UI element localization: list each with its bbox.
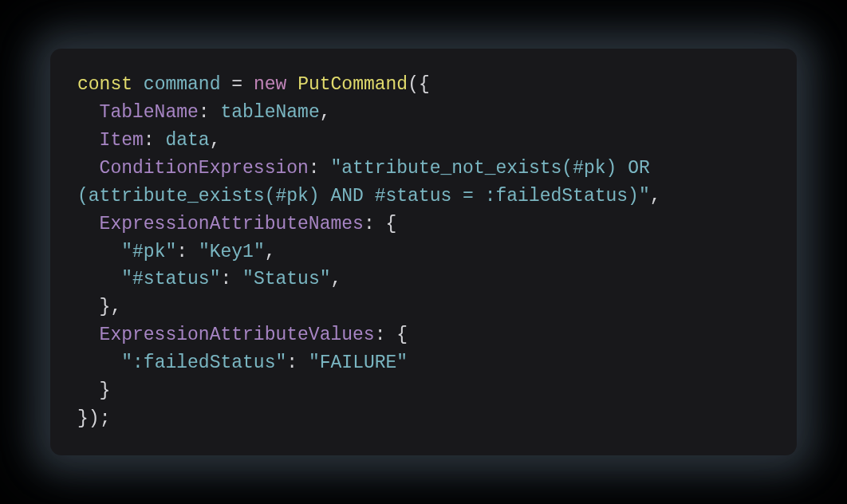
quote: " <box>121 269 132 289</box>
quote: " <box>639 186 650 207</box>
quote: " <box>242 269 254 289</box>
open-brace: { <box>396 325 408 345</box>
prop-expressionattributenames: ExpressionAttributeNames <box>100 214 364 234</box>
keyword-const: const <box>77 74 132 95</box>
close-paren: ) <box>89 408 100 429</box>
close-brace: } <box>77 408 89 429</box>
quote: " <box>121 242 132 262</box>
class-putcommand: PutCommand <box>297 74 408 95</box>
quote: " <box>320 269 331 289</box>
string-failedstatus-val: FAILURE <box>320 352 397 373</box>
prop-expressionattributevalues: ExpressionAttributeValues <box>100 325 375 345</box>
quote: " <box>165 242 176 262</box>
colon: : <box>144 130 155 151</box>
comma: , <box>320 102 331 123</box>
quote: " <box>309 352 320 373</box>
prop-tablename: TableName <box>100 102 199 123</box>
comma: , <box>650 186 661 207</box>
code-snippet-container: const command = new PutCommand({ TableNa… <box>0 0 847 504</box>
quote: " <box>199 242 210 262</box>
comma: , <box>110 297 121 317</box>
colon: : <box>220 269 231 289</box>
close-brace: } <box>100 297 111 317</box>
colon: : <box>375 325 386 345</box>
quote: " <box>330 158 341 179</box>
string-failedstatus-key: :failedStatus <box>132 352 275 373</box>
quote: " <box>275 352 286 373</box>
string-pk-val: Key1 <box>210 242 254 262</box>
string-pk-key: #pk <box>132 242 165 262</box>
ident-tablename: tableName <box>220 102 319 123</box>
code-block: const command = new PutCommand({ TableNa… <box>77 71 770 433</box>
string-status-val: Status <box>254 269 320 289</box>
quote: " <box>396 352 408 373</box>
semicolon: ; <box>100 408 111 429</box>
string-status-key: #status <box>132 269 210 289</box>
prop-conditionexpression: ConditionExpression <box>100 158 309 179</box>
colon: : <box>309 158 320 179</box>
quote: " <box>121 352 132 373</box>
comma: , <box>265 242 276 262</box>
comma: , <box>210 130 221 151</box>
keyword-new: new <box>254 74 286 95</box>
operator-eq: = <box>231 74 242 95</box>
prop-item: Item <box>100 130 144 151</box>
colon: : <box>199 102 210 123</box>
open-brace: { <box>419 74 430 95</box>
colon: : <box>364 214 375 234</box>
colon: : <box>286 352 297 373</box>
open-brace: { <box>386 214 397 234</box>
ident-data: data <box>165 130 209 151</box>
colon: : <box>176 242 187 262</box>
close-brace: } <box>100 380 111 401</box>
variable-command: command <box>144 74 221 95</box>
quote: " <box>210 269 221 289</box>
open-paren: ( <box>408 74 419 95</box>
comma: , <box>331 269 342 289</box>
code-panel: const command = new PutCommand({ TableNa… <box>50 49 797 455</box>
quote: " <box>254 242 265 262</box>
